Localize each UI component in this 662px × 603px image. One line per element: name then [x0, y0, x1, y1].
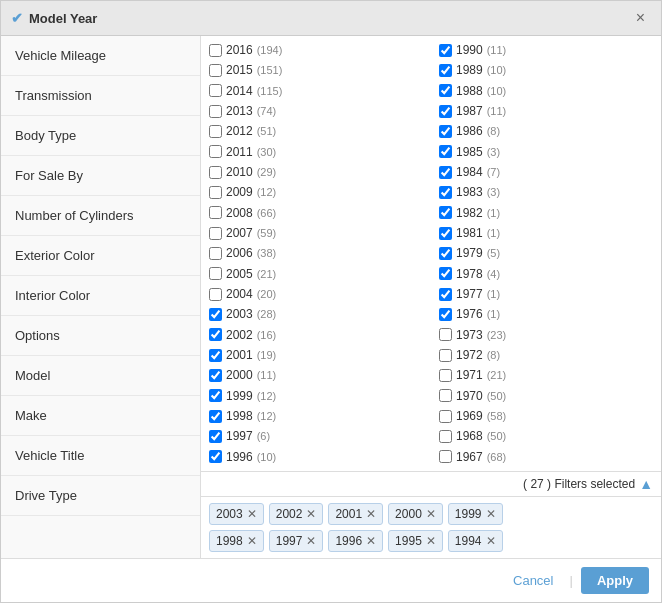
year-item-2003: 2003 (28) [201, 304, 431, 324]
year-count-1978: (4) [487, 268, 500, 280]
close-button[interactable]: × [630, 7, 651, 29]
year-count-1976: (1) [487, 308, 500, 320]
year-label-2015: 2015 [226, 63, 253, 77]
sidebar-item-7[interactable]: Options [1, 316, 200, 356]
tag-remove-2002[interactable]: ✕ [306, 508, 316, 520]
year-checkbox-1999[interactable] [209, 389, 222, 402]
year-checkbox-2009[interactable] [209, 186, 222, 199]
cancel-button[interactable]: Cancel [505, 569, 561, 592]
year-checkbox-1982[interactable] [439, 206, 452, 219]
year-checkbox-2004[interactable] [209, 288, 222, 301]
year-count-1971: (21) [487, 369, 507, 381]
year-checkbox-1973[interactable] [439, 328, 452, 341]
year-checkbox-1997[interactable] [209, 430, 222, 443]
year-checkbox-1977[interactable] [439, 288, 452, 301]
year-label-1982: 1982 [456, 206, 483, 220]
year-checkbox-1968[interactable] [439, 430, 452, 443]
tag-label-2002: 2002 [276, 507, 303, 521]
year-checkbox-1998[interactable] [209, 410, 222, 423]
tag-remove-1996[interactable]: ✕ [366, 535, 376, 547]
year-label-1968: 1968 [456, 429, 483, 443]
sidebar-item-4[interactable]: Number of Cylinders [1, 196, 200, 236]
year-checkbox-2016[interactable] [209, 44, 222, 57]
sidebar-item-9[interactable]: Make [1, 396, 200, 436]
tag-remove-1998[interactable]: ✕ [247, 535, 257, 547]
sidebar-item-3[interactable]: For Sale By [1, 156, 200, 196]
year-checkbox-2000[interactable] [209, 369, 222, 382]
year-checkbox-1970[interactable] [439, 389, 452, 402]
tag-2001: 2001✕ [328, 503, 383, 525]
year-item-1987: 1987 (11) [431, 101, 661, 121]
year-checkbox-2014[interactable] [209, 84, 222, 97]
tag-remove-1997[interactable]: ✕ [306, 535, 316, 547]
tag-remove-1999[interactable]: ✕ [486, 508, 496, 520]
year-label-1999: 1999 [226, 389, 253, 403]
year-checkbox-2005[interactable] [209, 267, 222, 280]
year-checkbox-2011[interactable] [209, 145, 222, 158]
year-count-1990: (11) [487, 44, 507, 56]
tag-remove-2001[interactable]: ✕ [366, 508, 376, 520]
year-checkbox-1987[interactable] [439, 105, 452, 118]
year-checkbox-1986[interactable] [439, 125, 452, 138]
year-checkbox-2003[interactable] [209, 308, 222, 321]
year-count-2003: (28) [257, 308, 277, 320]
year-checkbox-1996[interactable] [209, 450, 222, 463]
sidebar-item-8[interactable]: Model [1, 356, 200, 396]
year-label-1987: 1987 [456, 104, 483, 118]
year-checkbox-2002[interactable] [209, 328, 222, 341]
year-item-1979: 1979 (5) [431, 243, 661, 263]
tag-1997: 1997✕ [269, 530, 324, 552]
year-checkbox-2015[interactable] [209, 64, 222, 77]
year-label-2011: 2011 [226, 145, 253, 159]
tag-remove-2003[interactable]: ✕ [247, 508, 257, 520]
tag-1996: 1996✕ [328, 530, 383, 552]
year-checkbox-1979[interactable] [439, 247, 452, 260]
year-checkbox-1984[interactable] [439, 166, 452, 179]
year-checkbox-1990[interactable] [439, 44, 452, 57]
filters-collapse-btn[interactable]: ▲ [639, 476, 653, 492]
year-checkbox-1971[interactable] [439, 369, 452, 382]
year-label-1986: 1986 [456, 124, 483, 138]
year-label-2002: 2002 [226, 328, 253, 342]
year-label-1989: 1989 [456, 63, 483, 77]
year-count-1968: (50) [487, 430, 507, 442]
tag-remove-1995[interactable]: ✕ [426, 535, 436, 547]
year-checkbox-1985[interactable] [439, 145, 452, 158]
year-checkbox-1972[interactable] [439, 349, 452, 362]
year-checkbox-1976[interactable] [439, 308, 452, 321]
year-checkbox-2010[interactable] [209, 166, 222, 179]
year-checkbox-1981[interactable] [439, 227, 452, 240]
year-label-1972: 1972 [456, 348, 483, 362]
tag-label-1996: 1996 [335, 534, 362, 548]
sidebar-item-11[interactable]: Drive Type [1, 476, 200, 516]
year-checkbox-1967[interactable] [439, 450, 452, 463]
year-checkbox-2001[interactable] [209, 349, 222, 362]
sidebar-item-10[interactable]: Vehicle Title [1, 436, 200, 476]
sidebar-item-2[interactable]: Body Type [1, 116, 200, 156]
year-item-2001: 2001 (19) [201, 345, 431, 365]
year-checkbox-2006[interactable] [209, 247, 222, 260]
year-checkbox-1988[interactable] [439, 84, 452, 97]
year-checkbox-1978[interactable] [439, 267, 452, 280]
sidebar-item-0[interactable]: Vehicle Mileage [1, 36, 200, 76]
year-checkbox-2012[interactable] [209, 125, 222, 138]
year-checkboxes: 2016 (194)1990 (11)2015 (151)1989 (10)20… [201, 36, 661, 471]
year-label-2016: 2016 [226, 43, 253, 57]
tag-remove-2000[interactable]: ✕ [426, 508, 436, 520]
year-count-2001: (19) [257, 349, 277, 361]
sidebar-item-6[interactable]: Interior Color [1, 276, 200, 316]
sidebar-item-5[interactable]: Exterior Color [1, 236, 200, 276]
tag-remove-1994[interactable]: ✕ [486, 535, 496, 547]
apply-button[interactable]: Apply [581, 567, 649, 594]
year-count-2008: (66) [257, 207, 277, 219]
tags-row-1: 2003✕2002✕2001✕2000✕1999✕ [209, 503, 653, 525]
year-checkbox-2013[interactable] [209, 105, 222, 118]
year-checkbox-2007[interactable] [209, 227, 222, 240]
year-checkbox-2008[interactable] [209, 206, 222, 219]
sidebar-item-1[interactable]: Transmission [1, 76, 200, 116]
year-checkbox-1969[interactable] [439, 410, 452, 423]
year-checkbox-1989[interactable] [439, 64, 452, 77]
year-count-1984: (7) [487, 166, 500, 178]
year-checkbox-1983[interactable] [439, 186, 452, 199]
year-count-1977: (1) [487, 288, 500, 300]
